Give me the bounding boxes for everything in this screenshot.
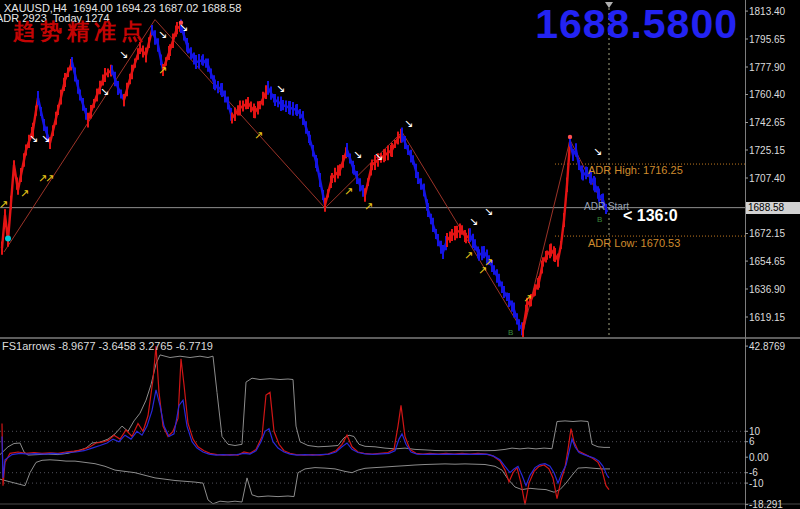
buy-arrow-icon: ↗ bbox=[344, 185, 353, 198]
buy-arrow-icon: ↗ bbox=[464, 249, 473, 262]
buy-arrow-icon: ↗ bbox=[364, 200, 373, 213]
session-countdown-label: < 136:0 bbox=[623, 207, 678, 225]
price-axis-label[interactable]: 1760.40 bbox=[749, 89, 786, 100]
sell-arrow-icon: ↘ bbox=[119, 48, 128, 61]
current-price-axis-tag: 1688.58 bbox=[746, 202, 800, 214]
sell-arrow-icon: ↘ bbox=[404, 117, 413, 130]
swing-top-dot bbox=[568, 135, 572, 139]
fractal-mark: B bbox=[508, 328, 513, 337]
indicator-values-label: FS1arrows -8.9677 -3.6458 3.2765 -6.7719 bbox=[2, 340, 213, 352]
sell-arrow-icon: ↘ bbox=[374, 150, 383, 163]
sell-arrow-icon: ↘ bbox=[593, 145, 602, 158]
swing-top-dot bbox=[179, 21, 183, 25]
price-run-blue bbox=[181, 26, 232, 118]
sell-arrow-icon: ↘ bbox=[469, 215, 478, 228]
sell-arrow-icon: ↘ bbox=[29, 132, 38, 145]
zigzag-line bbox=[4, 20, 607, 332]
buy-arrow-icon: ↗ bbox=[20, 187, 29, 200]
price-axis-label[interactable]: 1636.90 bbox=[749, 284, 786, 295]
buy-arrow-icon: ↗ bbox=[254, 129, 263, 142]
price-axis-label[interactable]: 1777.90 bbox=[749, 62, 786, 73]
buy-arrow-icon: ↗ bbox=[523, 292, 532, 305]
signal-dot bbox=[5, 236, 11, 242]
adr-low-label: ADR Low: 1670.53 bbox=[588, 237, 680, 249]
buy-arrow-icon: ↗ bbox=[484, 256, 493, 269]
sell-arrow-icon: ↘ bbox=[353, 148, 362, 161]
adr-high-label: ADR High: 1716.25 bbox=[588, 164, 683, 176]
sell-arrow-icon: ↘ bbox=[484, 205, 493, 218]
indicator-axis-label[interactable]: 0.00 bbox=[749, 452, 769, 463]
price-axis-label[interactable]: 1725.15 bbox=[749, 145, 786, 156]
price-axis-label[interactable]: 1795.65 bbox=[749, 34, 786, 45]
price-axis-label[interactable]: 1619.15 bbox=[749, 312, 786, 323]
buy-arrow-icon: ↗ bbox=[158, 64, 167, 77]
indicator-axis-label[interactable]: -18.291 bbox=[749, 499, 783, 509]
buy-arrow-icon: ↗ bbox=[45, 172, 54, 185]
sell-arrow-icon: ↘ bbox=[276, 82, 285, 95]
fractal-mark: B bbox=[597, 215, 602, 224]
watermark-text: 趋势精准点 bbox=[13, 20, 148, 44]
indicator-series-upper_band bbox=[0, 355, 610, 455]
sell-arrow-icon: ↘ bbox=[100, 85, 109, 98]
chart-canvas[interactable]: ↘↘↘↘↘↘↘↘↘↘↘↘↘↗↗↗↗↗↗↗↗↗↗↗↗BB1813.401795.6… bbox=[0, 0, 800, 509]
indicator-axis-label[interactable]: -10 bbox=[749, 478, 764, 489]
indicator-axis-label[interactable]: 10 bbox=[749, 426, 761, 437]
indicator-series-fs_red bbox=[2, 346, 609, 505]
buy-arrow-icon: ↗ bbox=[0, 198, 8, 211]
indicator-axis-label[interactable]: 42.8769 bbox=[749, 341, 786, 352]
sell-arrow-icon: ↘ bbox=[158, 28, 167, 41]
price-axis-label[interactable]: 1707.40 bbox=[749, 173, 786, 184]
price-axis-label[interactable]: 1742.65 bbox=[749, 117, 786, 128]
sell-arrow-icon: ↘ bbox=[41, 132, 50, 145]
price-axis-label[interactable]: 1672.15 bbox=[749, 228, 786, 239]
price-axis-label[interactable]: 1813.40 bbox=[749, 6, 786, 17]
indicator-axis-label[interactable]: 6 bbox=[749, 436, 755, 447]
mt4-chart-window: ↘↘↘↘↘↘↘↘↘↘↘↘↘↗↗↗↗↗↗↗↗↗↗↗↗BB1813.401795.6… bbox=[0, 0, 800, 509]
indicator-axis-label[interactable]: -6 bbox=[749, 467, 758, 478]
price-axis-label[interactable]: 1654.65 bbox=[749, 256, 786, 267]
current-price-display: 1688.5800 bbox=[535, 2, 738, 47]
